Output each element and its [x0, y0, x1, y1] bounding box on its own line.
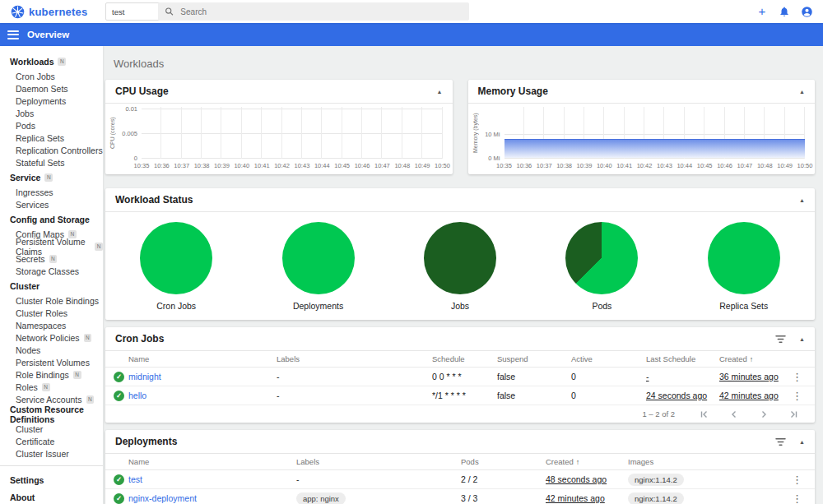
sidebar-item-replica-sets[interactable]: Replica Sets [0, 132, 103, 144]
resource-link[interactable]: hello [128, 391, 146, 400]
column-label: Labels [277, 354, 300, 363]
namespaced-badge: N [58, 58, 66, 66]
namespaced-badge: N [95, 243, 103, 251]
sidebar-item-namespaces[interactable]: Namespaces [0, 319, 103, 331]
column-header-schedule: Schedule [432, 354, 497, 363]
sidebar-item-cluster-issuer[interactable]: Cluster Issuer [0, 447, 103, 460]
sidebar-item-role-bindings[interactable]: Role BindingsN [0, 368, 103, 381]
resource-link[interactable]: nginx-deployment [128, 493, 197, 503]
y-tick-label: 10 Mi [485, 130, 500, 137]
pie-label: Jobs [451, 301, 469, 311]
filter-icon[interactable] [775, 437, 786, 446]
sidebar-item-cluster-role-bindings[interactable]: Cluster Role Bindings [0, 294, 103, 307]
prev-page-icon[interactable] [729, 409, 739, 419]
row-menu-icon[interactable]: ⋮ [792, 474, 802, 486]
sidebar-item-cluster-roles[interactable]: Cluster Roles [0, 307, 103, 319]
resource-link[interactable]: test [128, 474, 142, 484]
sidebar-item-storage-classes[interactable]: Storage Classes [0, 265, 103, 277]
account-user-icon[interactable] [800, 5, 813, 18]
search-input[interactable] [180, 7, 463, 16]
column-label: Active [571, 354, 593, 363]
cell-pods: 3 / 3 [461, 493, 546, 503]
sidebar-section-service: ServiceN [0, 169, 103, 186]
column-header-created[interactable]: Created↑ [719, 354, 792, 363]
sidebar-item-jobs[interactable]: Jobs [0, 107, 103, 119]
cell-aux: ✓ [105, 391, 128, 401]
x-tick-label: 10:41 [616, 162, 632, 169]
sidebar-item-about[interactable]: About [0, 488, 103, 504]
status-ok-icon: ✓ [114, 372, 124, 382]
row-menu-icon[interactable]: ⋮ [792, 390, 802, 402]
sidebar-item-persistent-volume-claims[interactable]: Persistent Volume ClaimsN [0, 240, 103, 252]
sidebar-item-cron-jobs[interactable]: Cron Jobs [0, 70, 103, 82]
column-header-images: Images [628, 457, 792, 466]
x-gridline [241, 107, 242, 159]
kubernetes-logo[interactable]: kubernetes [11, 5, 87, 19]
pagination-range-label: 1 – 2 of 2 [642, 409, 675, 418]
sidebar-item-cluster[interactable]: Cluster [0, 423, 103, 435]
sidebar-item-roles[interactable]: RolesN [0, 381, 103, 393]
sidebar-item-pods[interactable]: Pods [0, 119, 103, 132]
x-tick-label: 10:37 [174, 162, 189, 169]
filter-icon[interactable] [775, 335, 786, 344]
sidebar-item-settings[interactable]: Settings [0, 471, 103, 488]
search-bar[interactable] [158, 2, 469, 21]
sidebar-item-label: Pods [16, 121, 35, 131]
cell-text: false [497, 391, 515, 400]
row-menu-icon[interactable]: ⋮ [792, 492, 802, 504]
cell-text: 2 / 2 [461, 474, 477, 484]
workload-pie-jobs: Jobs [424, 222, 496, 311]
sidebar-item-replication-controllers[interactable]: Replication Controllers [0, 144, 103, 156]
column-header-name: Name [128, 457, 296, 466]
sidebar-item-services[interactable]: Services [0, 198, 103, 210]
row-menu-icon[interactable]: ⋮ [792, 371, 802, 383]
pie-chart[interactable] [708, 222, 780, 294]
column-label: Images [628, 457, 653, 466]
label-chip: app: nginx [296, 492, 346, 504]
memory-x-ticks: 10:3510:3610:3710:3810:3910:4010:4110:42… [504, 159, 806, 169]
cell-aux: ✓ [105, 474, 128, 485]
sidebar-item-nodes[interactable]: Nodes [0, 344, 103, 356]
sidebar-item-label: Ingresses [16, 187, 53, 197]
pie-chart[interactable] [424, 222, 496, 294]
pie-chart[interactable] [565, 222, 638, 294]
first-page-icon[interactable] [700, 409, 709, 419]
pie-chart[interactable] [282, 222, 355, 294]
x-tick-label: 10:43 [657, 162, 672, 169]
resource-link[interactable]: midnight [128, 372, 161, 381]
next-page-icon[interactable] [759, 409, 769, 419]
sidebar-item-ingresses[interactable]: Ingresses [0, 186, 103, 198]
sidebar-item-network-policies[interactable]: Network PoliciesN [0, 331, 103, 344]
sidebar-item-label: Namespaces [16, 321, 66, 331]
cpu-plot-area [142, 107, 443, 159]
sidebar-item-persistent-volumes[interactable]: Persistent Volumes [0, 356, 103, 368]
sidebar-section-config-and-storage: Config and Storage [0, 210, 103, 228]
pie-chart[interactable] [140, 222, 212, 294]
notifications-bell-icon[interactable] [778, 5, 791, 18]
collapse-icon[interactable]: ▲ [799, 336, 805, 342]
sidebar-item-deployments[interactable]: Deployments [0, 95, 103, 107]
sidebar-item-stateful-sets[interactable]: Stateful Sets [0, 156, 103, 169]
last-page-icon[interactable] [788, 409, 798, 419]
menu-icon[interactable] [7, 28, 19, 41]
sidebar-item-certificate[interactable]: Certificate [0, 435, 103, 447]
collapse-icon[interactable]: ▲ [799, 197, 805, 203]
create-resource-button[interactable]: + [756, 5, 769, 18]
sidebar-item-label: Cluster Roles [16, 308, 67, 318]
collapse-icon[interactable]: ▲ [799, 439, 805, 445]
cell-created: 42 minutes ago [546, 493, 628, 503]
sidebar-item-label: Cluster Issuer [16, 449, 69, 459]
x-gridline [281, 107, 282, 159]
cell-schedule: 0 0 * * * [432, 372, 497, 381]
sidebar-item-label: Replication Controllers [16, 146, 103, 155]
cell-last-schedule: 24 seconds ago [646, 391, 719, 400]
column-header-created[interactable]: Created↑ [546, 457, 628, 466]
cell-name: hello [128, 391, 277, 400]
memory-usage-chart: Memory (bytes) 10 Mi0 Mi 10:3510:3610:37… [468, 104, 816, 169]
sidebar-item-daemon-sets[interactable]: Daemon Sets [0, 82, 103, 95]
appbar: Overview [0, 23, 823, 46]
x-tick-label: 10:45 [697, 162, 713, 169]
x-tick-label: 10:36 [154, 162, 170, 169]
collapse-icon[interactable]: ▲ [799, 89, 805, 95]
collapse-icon[interactable]: ▲ [437, 89, 443, 95]
